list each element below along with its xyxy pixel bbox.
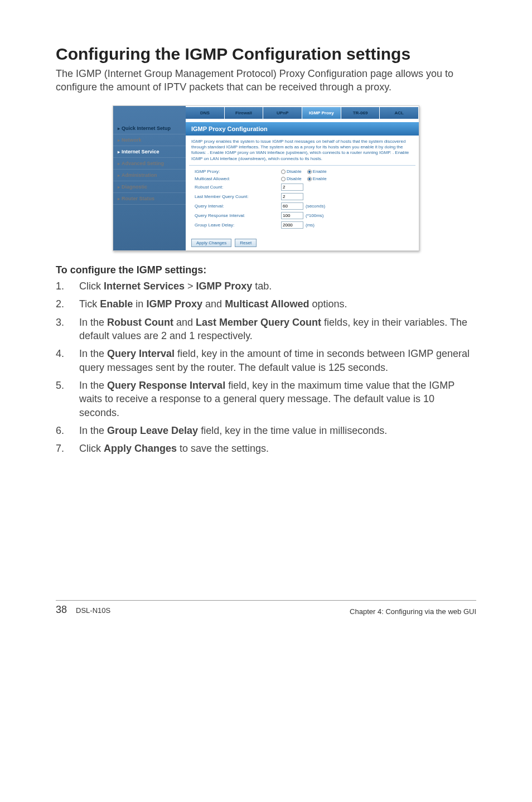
panel-title: IGMP Proxy Configuration — [186, 122, 419, 136]
text: field, key in the time value in millisec… — [198, 425, 387, 436]
text: and — [173, 317, 196, 328]
step-1: Click Internet Services > IGMP Proxy tab… — [56, 279, 476, 293]
sidebar-item-network[interactable]: Network — [113, 134, 186, 146]
multicast-enable-radio[interactable]: Enable — [307, 176, 327, 181]
query-interval-input[interactable] — [281, 202, 303, 210]
screenshot-panel: Quick Internet Setup Network Internet Se… — [113, 105, 419, 252]
text-bold: IGMP Proxy — [146, 298, 202, 310]
sidebar-item-internet-service[interactable]: Internet Service — [113, 146, 186, 158]
text-bold: Apply Changes — [104, 443, 177, 454]
page-title: Configuring the IGMP Configuration setti… — [56, 45, 476, 64]
step-3: In the Robust Count and Last Member Quer… — [56, 316, 476, 343]
text-bold: Group Leave Delay — [107, 425, 198, 436]
text-bold: IGMP Proxy — [196, 281, 253, 292]
text-bold: Query Response Interval — [107, 380, 225, 391]
text: Tick — [79, 298, 100, 310]
radio-label: Enable — [313, 176, 327, 181]
intro-paragraph: The IGMP (Internet Group Management Prot… — [56, 67, 476, 94]
robust-count-input[interactable] — [281, 183, 303, 191]
sidebar-item-quick-internet-setup[interactable]: Quick Internet Setup — [113, 123, 186, 134]
group-leave-delay-unit: (ms) — [306, 223, 315, 228]
text-bold: Multicast Allowed — [225, 298, 309, 310]
tab-dns[interactable]: DNS — [186, 107, 225, 119]
text: > — [185, 281, 196, 292]
tab-tr069[interactable]: TR-069 — [341, 107, 380, 119]
sidebar-item-advanced-setting[interactable]: Advanced Setting — [113, 158, 186, 170]
tab-upnp[interactable]: UPnP — [263, 107, 302, 119]
group-leave-delay-label: Group Leave Delay: — [195, 223, 281, 228]
igmp-form: IGMP Proxy: Disable Enable Multicast All… — [189, 165, 415, 235]
group-leave-delay-input[interactable] — [281, 221, 303, 229]
tab-firewall[interactable]: Firewall — [225, 107, 264, 119]
reset-button[interactable]: Reset — [235, 239, 257, 247]
radio-label: Enable — [313, 169, 327, 174]
steps-heading: To configure the IGMP settings: — [56, 264, 476, 276]
last-member-query-count-input[interactable] — [281, 193, 303, 200]
query-response-interval-label: Query Response Interval: — [195, 213, 281, 218]
query-response-interval-unit: (*100ms) — [306, 213, 323, 218]
sidebar-item-diagnostic[interactable]: Diagnostic — [113, 181, 186, 193]
query-interval-unit: (seconds) — [306, 204, 325, 209]
query-response-interval-input[interactable] — [281, 212, 303, 219]
step-6: In the Group Leave Delay field, key in t… — [56, 424, 476, 437]
igmp-proxy-disable-radio[interactable]: Disable — [281, 169, 302, 174]
apply-changes-button[interactable]: Apply Changes — [191, 239, 231, 247]
igmp-proxy-label: IGMP Proxy: — [195, 169, 281, 174]
multicast-disable-radio[interactable]: Disable — [281, 176, 302, 181]
text: tab. — [252, 281, 272, 292]
tab-bar: DNS Firewall UPnP IGMP Proxy TR-069 ACL — [186, 106, 419, 119]
tab-acl[interactable]: ACL — [380, 107, 419, 119]
text: and — [202, 298, 225, 310]
robust-count-label: Robust Count: — [195, 185, 281, 190]
text-bold: Enable — [100, 298, 133, 310]
steps-list: Click Internet Services > IGMP Proxy tab… — [56, 279, 476, 455]
step-4: In the Query Interval field, key in the … — [56, 347, 476, 374]
page-number: 38 — [56, 604, 67, 616]
text-bold: Query Interval — [107, 348, 175, 359]
panel-description: IGMP proxy enables the system to issue I… — [186, 136, 419, 166]
step-5: In the Query Response Interval field, ke… — [56, 379, 476, 419]
text: In the — [79, 425, 107, 436]
text: in — [133, 298, 146, 310]
sidebar-item-administration[interactable]: Administration — [113, 170, 186, 181]
tab-igmp-proxy[interactable]: IGMP Proxy — [302, 107, 341, 119]
sidebar-nav: Quick Internet Setup Network Internet Se… — [113, 106, 186, 251]
text-bold: Internet Services — [104, 281, 185, 292]
text: In the — [79, 317, 107, 328]
sidebar-item-router-status[interactable]: Router Status — [113, 193, 186, 205]
igmp-proxy-enable-radio[interactable]: Enable — [307, 169, 327, 174]
text-bold: Robust Count — [107, 317, 173, 328]
multicast-allowed-label: Multicast Allowed: — [195, 176, 281, 181]
text: Click — [79, 443, 104, 454]
step-7: Click Apply Changes to save the settings… — [56, 442, 476, 455]
page-footer: 38 DSL-N10S Chapter 4: Configuring via t… — [56, 600, 476, 616]
radio-label: Disable — [287, 169, 302, 174]
step-2: Tick Enable in IGMP Proxy and Multicast … — [56, 297, 476, 311]
text: Click — [79, 281, 104, 292]
query-interval-label: Query Interval: — [195, 204, 281, 209]
text: In the — [79, 348, 107, 359]
radio-label: Disable — [287, 176, 302, 181]
last-member-query-count-label: Last Member Query Count: — [195, 194, 281, 199]
footer-chapter: Chapter 4: Configuring via the web GUI — [350, 607, 476, 616]
footer-model: DSL-N10S — [76, 606, 110, 615]
text: In the — [79, 380, 107, 391]
text-bold: Last Member Query Count — [196, 317, 321, 328]
text: to save the settings. — [177, 443, 269, 454]
text: options. — [309, 298, 347, 310]
